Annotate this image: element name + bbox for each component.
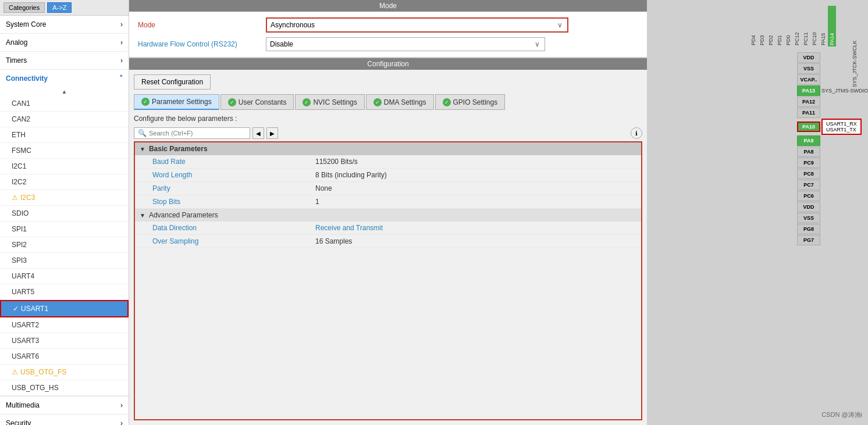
pin-row-pc8: PC8 bbox=[797, 169, 868, 179]
reset-configuration-button[interactable]: Reset Configuration bbox=[134, 74, 211, 90]
mode-section: Mode Mode Asynchronous Synchronous Singl… bbox=[129, 0, 647, 58]
sidebar-item-system-core[interactable]: System Core › bbox=[0, 16, 129, 34]
pin-row-pa10: PA10 USART1_RX USART1_TX bbox=[797, 119, 868, 135]
pin-pd1: PD1 bbox=[775, 6, 784, 47]
pin-row-pa11: PA11 bbox=[797, 108, 868, 118]
pin-row-pa9: PA9 bbox=[797, 135, 868, 146]
sidebar-item-usart3[interactable]: USART3 bbox=[0, 333, 129, 349]
sidebar-item-spi2[interactable]: SPI2 bbox=[0, 237, 129, 253]
sidebar-item-label: Security bbox=[6, 419, 31, 425]
search-icon: 🔍 bbox=[138, 129, 147, 137]
pin-box-pa13: PA13 bbox=[797, 85, 820, 96]
pin-pc10: PC10 bbox=[810, 6, 819, 47]
sidebar-item-usb-otg-fs[interactable]: ⚠ USB_OTG_FS bbox=[0, 365, 129, 380]
hw-dropdown-icon: ∨ bbox=[530, 38, 545, 51]
pin-box-vss2: VSS bbox=[797, 213, 820, 223]
watermark: CSDN @涛渔i bbox=[821, 410, 862, 419]
tab-gpio-settings[interactable]: ✓ GPIO Settings bbox=[435, 94, 506, 110]
categories-button[interactable]: Categories bbox=[3, 2, 45, 13]
basic-params-header[interactable]: ▼ Basic Parameters bbox=[135, 142, 641, 155]
pin-row-vdd1: VDD bbox=[797, 52, 868, 63]
pin-label-pa13: SYS_JTMS-SWDIO bbox=[821, 88, 868, 94]
pin-box-pa11: PA11 bbox=[797, 108, 820, 118]
pin-box-vdd2: VDD bbox=[797, 202, 820, 212]
tab-user-constants[interactable]: ✓ User Constants bbox=[220, 94, 294, 110]
sidebar-item-can2[interactable]: CAN2 bbox=[0, 112, 129, 127]
configure-label: Configure the below parameters : bbox=[134, 113, 642, 124]
sidebar: Categories A->Z System Core › Analog › T… bbox=[0, 0, 129, 425]
sidebar-item-connectivity[interactable]: Connectivity ˄ bbox=[0, 70, 129, 87]
sidebar-item-i2c2[interactable]: I2C2 bbox=[0, 174, 129, 190]
sidebar-item-security[interactable]: Security › bbox=[0, 415, 129, 425]
checkmark-icon: ✓ bbox=[13, 305, 19, 313]
sidebar-item-i2c1[interactable]: I2C1 bbox=[0, 159, 129, 174]
sidebar-item-usart2[interactable]: USART2 bbox=[0, 317, 129, 333]
chevron-right-icon: › bbox=[120, 38, 123, 47]
param-row-parity: Parity None bbox=[135, 182, 641, 195]
sidebar-item-spi3[interactable]: SPI3 bbox=[0, 253, 129, 269]
pin-row-pg7: PG7 bbox=[797, 235, 868, 245]
hw-flow-select[interactable]: Disable CTS Only RTS Only CTS/RTS bbox=[266, 38, 530, 51]
pin-row-pc7: PC7 bbox=[797, 180, 868, 190]
pin-box-pa12: PA12 bbox=[797, 97, 820, 107]
sidebar-item-i2c3[interactable]: ⚠ I2C3 bbox=[0, 190, 129, 206]
sidebar-item-spi1[interactable]: SPI1 bbox=[0, 222, 129, 237]
chip-diagram-area: PD4 PD3 PD2 PD1 PD0 PC12 PC11 PC10 PA15 … bbox=[647, 0, 868, 425]
sidebar-item-usb-otg-hs[interactable]: USB_OTG_HS bbox=[0, 380, 129, 396]
pin-box-pg7: PG7 bbox=[797, 235, 820, 245]
pin-box-pa9: PA9 bbox=[797, 135, 820, 146]
collapse-icon: ▼ bbox=[140, 146, 145, 152]
pin-row-pg8: PG8 bbox=[797, 224, 868, 234]
config-tabs: ✓ Parameter Settings ✓ User Constants ✓ … bbox=[134, 94, 642, 110]
tab-parameter-settings[interactable]: ✓ Parameter Settings bbox=[134, 94, 219, 110]
sidebar-item-can1[interactable]: CAN1 bbox=[0, 96, 129, 112]
chevron-right-icon: › bbox=[120, 20, 123, 28]
sidebar-section-connectivity: Connectivity ˄ ▲ CAN1 CAN2 ETH FSMC I2C1… bbox=[0, 70, 129, 397]
pin-box-pg8: PG8 bbox=[797, 224, 820, 234]
sidebar-item-eth[interactable]: ETH bbox=[0, 127, 129, 143]
sidebar-item-uart4[interactable]: UART4 bbox=[0, 269, 129, 284]
chip-diagram: PD4 PD3 PD2 PD1 PD0 PC12 PC11 PC10 PA15 … bbox=[647, 6, 868, 425]
scroll-up-arrow[interactable]: ▲ bbox=[0, 87, 129, 96]
advanced-params-header[interactable]: ▼ Advanced Parameters bbox=[135, 209, 641, 222]
pin-row-vss1: VSS bbox=[797, 63, 868, 74]
sidebar-item-fsmc[interactable]: FSMC bbox=[0, 143, 129, 159]
pin-pc11: PC11 bbox=[802, 6, 810, 47]
search-prev-button[interactable]: ◀ bbox=[252, 127, 264, 139]
search-next-button[interactable]: ▶ bbox=[266, 127, 278, 139]
chevron-right-icon: › bbox=[120, 401, 123, 409]
sidebar-item-timers[interactable]: Timers › bbox=[0, 52, 129, 70]
pin-box-pc7: PC7 bbox=[797, 180, 820, 190]
chevron-right-icon: › bbox=[120, 419, 123, 425]
chevron-right-icon: › bbox=[120, 56, 123, 65]
mode-dropdown-icon: ∨ bbox=[553, 19, 567, 31]
sidebar-item-sdio[interactable]: SDIO bbox=[0, 206, 129, 222]
mode-select[interactable]: Asynchronous Synchronous Single Wire (Ha… bbox=[267, 19, 553, 31]
sidebar-item-label: Connectivity bbox=[6, 74, 48, 83]
pin-pa14: PA14 bbox=[828, 6, 836, 47]
hw-flow-label: Hardware Flow Control (RS232) bbox=[138, 40, 266, 48]
tab-dma-settings[interactable]: ✓ DMA Settings bbox=[366, 94, 434, 110]
tab-nvic-settings[interactable]: ✓ NVIC Settings bbox=[295, 94, 364, 110]
pin-pa15: PA15 bbox=[819, 6, 827, 47]
tab-icon-dma: ✓ bbox=[373, 98, 382, 106]
search-input[interactable] bbox=[149, 130, 230, 137]
param-row-stop-bits: Stop Bits 1 bbox=[135, 195, 641, 209]
sidebar-item-usart1[interactable]: ✓ USART1 bbox=[0, 300, 129, 317]
az-button[interactable]: A->Z bbox=[47, 2, 72, 13]
right-pins: VDD VSS VCAP.. PA13 SYS_JTMS-SWDIO PA12 bbox=[797, 52, 868, 245]
search-bar: 🔍 ◀ ▶ ℹ bbox=[134, 127, 642, 139]
mode-title: Mode bbox=[129, 0, 647, 12]
sidebar-item-uart5[interactable]: UART5 bbox=[0, 284, 129, 300]
sidebar-item-analog[interactable]: Analog › bbox=[0, 34, 129, 52]
pin-row-pa8: PA8 bbox=[797, 147, 868, 157]
pin-row-vcap: VCAP.. bbox=[797, 74, 868, 85]
sidebar-item-multimedia[interactable]: Multimedia › bbox=[0, 397, 129, 415]
pin-row-pc6: PC6 bbox=[797, 191, 868, 201]
pin-box-pc9: PC9 bbox=[797, 158, 820, 168]
search-info-button[interactable]: ℹ bbox=[631, 127, 642, 139]
param-row-data-direction: Data Direction Receive and Transmit bbox=[135, 222, 641, 235]
collapse-icon: ▼ bbox=[140, 212, 145, 219]
sidebar-item-usart6[interactable]: USART6 bbox=[0, 349, 129, 365]
pin-box-pc6: PC6 bbox=[797, 191, 820, 201]
